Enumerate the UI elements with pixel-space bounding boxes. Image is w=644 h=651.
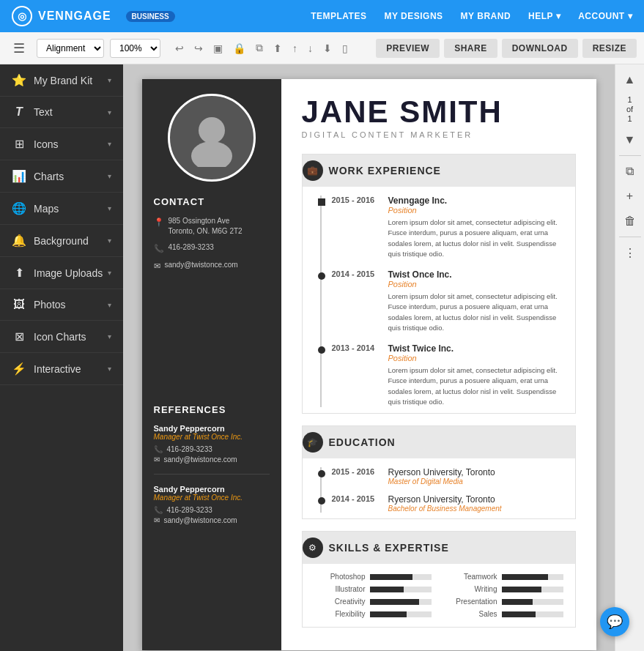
work-desc-1: Lorem ipsum dolor sit amet, consectetur … <box>388 217 566 259</box>
lock-icon[interactable]: 🔒 <box>230 41 248 56</box>
chevron-down-icon: ▾ <box>108 172 111 180</box>
work-experience-timeline: 2015 - 2016 Venngage Inc. Position Lorem… <box>303 187 575 413</box>
sidebar-item-photos[interactable]: 🖼 Photos ▾ <box>0 289 123 321</box>
email-icon: ✉ <box>154 261 160 272</box>
skills-grid: Photoshop Teamwork Illustrator Wri <box>303 564 575 627</box>
toolbar: ☰ Alignment 100% ↩ ↪ ▣ 🔒 ⧉ ⬆ ↑ ↓ ⬇ ▯ PRE… <box>0 32 644 64</box>
edu-item-2: 2014 - 2015 Ryerson University, Toronto … <box>332 494 566 513</box>
resize-button[interactable]: RESIZE <box>582 39 637 58</box>
location-icon: 📍 <box>154 217 164 228</box>
logo: ◎ VENNGAGE <box>12 6 111 26</box>
skill-teamwork-name: Teamwork <box>446 573 497 581</box>
right-panel: ▲ 1of1 ▼ ⧉ + 🗑 ⋮ <box>615 64 644 651</box>
resume-right-panel: JANE SMITH DIGITAL CONTENT MARKETER 💼 WO… <box>281 79 596 650</box>
zoom-control[interactable]: 100% <box>110 39 160 58</box>
toolbar-icons: ↩ ↪ ▣ 🔒 ⧉ ⬆ ↑ ↓ ⬇ ▯ <box>172 40 351 56</box>
canvas-area[interactable]: CONTACT 📍 985 Ossington Ave Toronto, ON.… <box>123 64 615 651</box>
nav-my-designs[interactable]: MY DESIGNS <box>384 11 443 21</box>
edu-degree-2: Bachelor of Business Management <box>388 505 502 513</box>
education-title: EDUCATION <box>329 436 396 448</box>
work-desc-2: Lorem ipsum dolor sit amet, consectetur … <box>388 291 566 333</box>
reference-1: Sandy Peppercorn Manager at Twist Once I… <box>154 424 270 464</box>
up-icon[interactable]: ⬆ <box>270 41 285 56</box>
nav-links: TEMPLATES MY DESIGNS MY BRAND HELP ▾ ACC… <box>311 11 632 21</box>
work-position-2: Position <box>388 280 566 289</box>
work-item-1: 2015 - 2016 Venngage Inc. Position Lorem… <box>332 196 566 259</box>
chat-bubble[interactable]: 💬 <box>600 607 629 636</box>
reference-1-email: ✉ sandy@twistonce.com <box>154 455 270 464</box>
nav-templates[interactable]: TEMPLATES <box>311 11 366 21</box>
sidebar-background-label: Background <box>34 235 89 247</box>
work-company-3: Twist Twice Inc. <box>388 343 566 354</box>
copy-icon[interactable]: ⧉ <box>253 40 266 56</box>
undo-icon[interactable]: ↩ <box>172 41 187 56</box>
chevron-down-icon: ▾ <box>108 301 111 309</box>
photos-icon: 🖼 <box>12 298 26 311</box>
sidebar-item-icon-charts[interactable]: ⊠ Icon Charts ▾ <box>0 321 123 353</box>
skill-writing: Writing <box>446 585 563 593</box>
edu-school-1: Ryerson University, Toronto <box>388 467 495 477</box>
more-options-icon[interactable]: ⋮ <box>621 243 639 263</box>
sidebar-item-maps[interactable]: 🌐 Maps ▾ <box>0 193 123 225</box>
nav-account[interactable]: ACCOUNT ▾ <box>578 11 632 21</box>
delete-page-icon[interactable]: 🗑 <box>621 212 639 231</box>
skill-illustrator: Illustrator <box>314 585 432 593</box>
sidebar-image-uploads-label: Image Uploads <box>34 267 103 279</box>
resume-document: CONTACT 📍 985 Ossington Ave Toronto, ON.… <box>142 79 596 650</box>
copy-page-icon[interactable]: ⧉ <box>623 162 637 181</box>
contact-section: CONTACT 📍 985 Ossington Ave Toronto, ON.… <box>154 196 270 272</box>
preview-button[interactable]: PREVIEW <box>376 39 440 58</box>
reference-2: Sandy Peppercorn Manager at Twist Once I… <box>154 485 270 524</box>
sidebar-icons-label: Icons <box>34 138 58 150</box>
redo-icon[interactable]: ↪ <box>191 41 206 56</box>
zoom-select[interactable]: 100% <box>110 39 160 58</box>
sidebar-maps-label: Maps <box>34 203 59 215</box>
add-page-icon[interactable]: + <box>623 187 636 206</box>
education-section: 🎓 EDUCATION 2015 - 2016 Ryerson Universi… <box>302 425 576 519</box>
work-year-2: 2014 - 2015 <box>332 269 380 333</box>
work-experience-title: WORK EXPERIENCE <box>329 165 441 176</box>
icon-charts-icon: ⊠ <box>12 330 26 343</box>
nav-my-brand[interactable]: MY BRAND <box>461 11 511 21</box>
skill-sales-name: Sales <box>446 610 497 618</box>
scroll-up-icon[interactable]: ▲ <box>621 70 639 89</box>
delete-icon[interactable]: ▯ <box>339 41 351 56</box>
work-company-2: Twist Once Inc. <box>388 269 566 280</box>
sidebar-item-icons[interactable]: ⊞ Icons ▾ <box>0 128 123 160</box>
toolbar-actions: PREVIEW SHARE DOWNLOAD RESIZE <box>376 39 637 58</box>
sidebar-item-interactive[interactable]: ⚡ Interactive ▾ <box>0 353 123 385</box>
down-icon[interactable]: ⬇ <box>320 41 335 56</box>
work-experience-icon: 💼 <box>303 160 323 181</box>
edu-school-2: Ryerson University, Toronto <box>388 494 502 505</box>
cut-icon[interactable]: ▣ <box>210 41 226 56</box>
skill-writing-name: Writing <box>446 585 497 593</box>
sidebar-item-brand[interactable]: ⭐ My Brand Kit ▾ <box>0 64 123 97</box>
sidebar-photos-label: Photos <box>34 299 66 310</box>
up-small-icon[interactable]: ↑ <box>289 41 300 56</box>
main-layout: ⭐ My Brand Kit ▾ T Text ▾ ⊞ Icons ▾ 📊 Ch… <box>0 64 644 651</box>
contact-title: CONTACT <box>154 196 270 207</box>
work-desc-3: Lorem ipsum dolor sit amet, consectetur … <box>388 365 566 407</box>
reference-2-role: Manager at Twist Once Inc. <box>154 494 270 502</box>
reference-1-name: Sandy Peppercorn <box>154 424 270 433</box>
down-small-icon[interactable]: ↓ <box>305 41 316 56</box>
skill-presentation-name: Presentation <box>446 598 497 606</box>
sidebar-item-text[interactable]: T Text ▾ <box>0 97 123 128</box>
sidebar-item-charts[interactable]: 📊 Charts ▾ <box>0 160 123 193</box>
sidebar-brand-label: My Brand Kit <box>34 75 92 86</box>
sidebar-item-image-uploads[interactable]: ⬆ Image Uploads ▾ <box>0 257 123 289</box>
education-header: 🎓 EDUCATION <box>303 426 575 458</box>
chevron-down-icon: ▾ <box>108 140 111 148</box>
download-button[interactable]: DOWNLOAD <box>502 39 578 58</box>
hamburger-menu[interactable]: ☰ <box>7 37 31 59</box>
alignment-select[interactable]: Alignment <box>37 39 104 58</box>
nav-help[interactable]: HELP ▾ <box>528 11 560 21</box>
skill-flexibility-name: Flexibility <box>314 610 366 618</box>
share-button[interactable]: SHARE <box>444 39 497 58</box>
icons-icon: ⊞ <box>12 137 26 151</box>
reference-1-role: Manager at Twist Once Inc. <box>154 433 270 441</box>
edu-year-1: 2015 - 2016 <box>332 467 380 486</box>
sidebar-item-background[interactable]: 🔔 Background ▾ <box>0 225 123 257</box>
sidebar-text-label: Text <box>34 106 53 118</box>
scroll-down-icon[interactable]: ▼ <box>621 130 639 149</box>
